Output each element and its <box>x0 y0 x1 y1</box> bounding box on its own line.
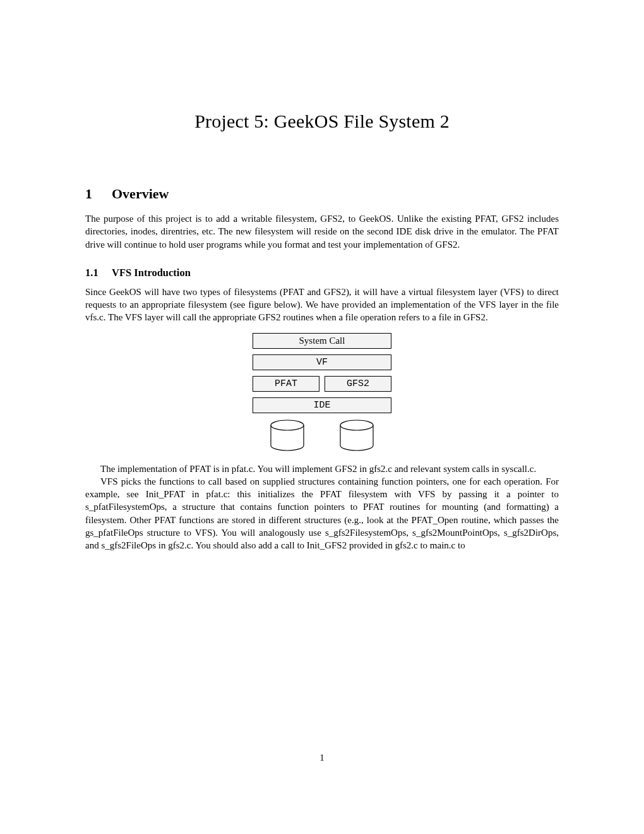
diagram-box-syscall: System Call <box>253 333 391 349</box>
body-paragraph: The purpose of this project is to add a … <box>85 212 559 251</box>
body-paragraph: The implementation of PFAT is in pfat.c.… <box>85 462 559 475</box>
section-title: Overview <box>112 186 169 202</box>
page-number: 1 <box>0 752 644 763</box>
disk-icon <box>338 419 375 454</box>
subsection-heading-1-1: 1.1VFS Introduction <box>85 267 559 279</box>
diagram-box-vf: VF <box>253 354 391 370</box>
section-number: 1 <box>85 186 112 202</box>
diagram-box-gfs2: GFS2 <box>325 376 391 392</box>
body-paragraph: Since GeekOS will have two types of file… <box>85 286 559 324</box>
section-heading-1: 1Overview <box>85 186 559 202</box>
subsection-title: VFS Introduction <box>112 267 191 279</box>
document-title: Project 5: GeekOS File System 2 <box>85 111 559 132</box>
diagram-fs-row: PFAT GFS2 <box>253 376 391 392</box>
body-paragraph: VFS picks the functions to call based on… <box>85 475 559 552</box>
document-page: Project 5: GeekOS File System 2 1Overvie… <box>0 0 644 552</box>
svg-point-0 <box>271 420 304 430</box>
disk-icon <box>269 419 306 454</box>
svg-point-1 <box>340 420 373 430</box>
diagram-box-pfat: PFAT <box>253 376 319 392</box>
vfs-diagram: System Call VF PFAT GFS2 IDE <box>253 333 391 454</box>
diagram-cylinder-row <box>253 419 391 454</box>
subsection-number: 1.1 <box>85 267 112 279</box>
diagram-box-ide: IDE <box>253 397 391 413</box>
